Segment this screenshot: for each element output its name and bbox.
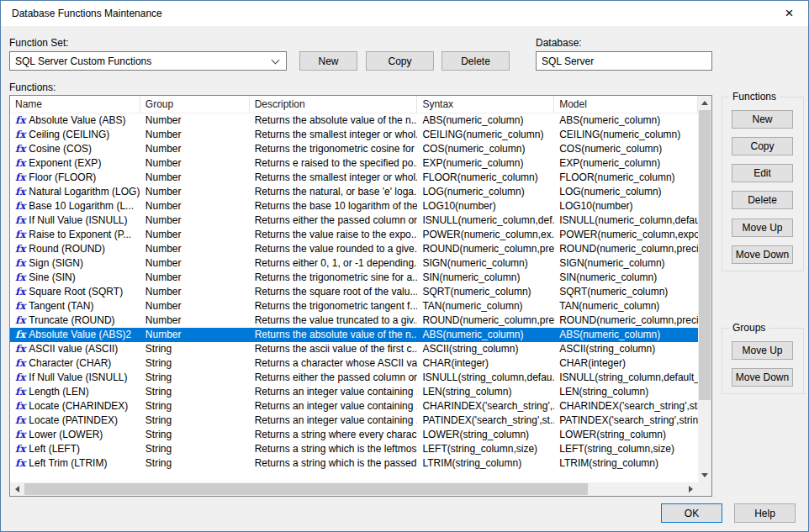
cell-name: fxCharacter (CHAR) — [10, 356, 140, 371]
scroll-down-icon[interactable] — [698, 468, 711, 482]
function-icon: fx — [15, 143, 25, 155]
cell-group: String — [140, 399, 250, 413]
cell-syntax: CHAR(integer) — [417, 356, 554, 371]
table-row[interactable]: fxLocate (PATINDEX)StringReturns an inte… — [10, 413, 698, 428]
close-icon[interactable]: × — [770, 1, 808, 25]
functions-edit-button[interactable]: Edit — [732, 164, 793, 182]
cell-name: fxAbsolute Value (ABS) — [10, 113, 140, 128]
cell-name: fxLeft (LEFT) — [10, 442, 140, 456]
table-row[interactable]: fxIf Null Value (ISNULL)StringReturns ei… — [10, 371, 698, 385]
table-row[interactable]: fxTangent (TAN)NumberReturns the trigono… — [10, 299, 698, 313]
functions-groupbox-label: Functions — [729, 91, 780, 103]
table-row[interactable]: fxLocate (CHARINDEX)StringReturns an int… — [10, 399, 698, 413]
function-name: Absolute Value (ABS) — [29, 114, 125, 126]
cell-description: Returns a string where every charac... — [250, 428, 418, 442]
table-row[interactable]: fxSign (SIGN)NumberReturns either 0, 1, … — [10, 256, 698, 271]
function-icon: fx — [15, 343, 25, 355]
scroll-left-icon[interactable] — [10, 482, 24, 496]
table-row[interactable]: fxASCII value (ASCII)StringReturns the a… — [10, 342, 698, 356]
ok-button[interactable]: OK — [661, 503, 722, 523]
database-field[interactable] — [536, 51, 712, 71]
cell-name: fxCeiling (CEILING) — [10, 128, 140, 142]
function-name: Floor (FLOOR) — [29, 171, 96, 183]
table-row[interactable]: fxSine (SIN)NumberReturns the trigonomet… — [10, 271, 698, 285]
groups-move-down-button[interactable]: Move Down — [732, 368, 793, 387]
cell-model: LOG(numeric_column) — [554, 185, 698, 199]
cell-group: String — [140, 371, 250, 385]
table-row[interactable]: fxCharacter (CHAR)StringReturns a charac… — [10, 356, 698, 371]
table-row[interactable]: fxFloor (FLOOR)NumberReturns the smalles… — [10, 171, 698, 185]
groups-move-up-button[interactable]: Move Up — [732, 341, 793, 360]
cell-group: Number — [140, 142, 250, 156]
column-header-group[interactable]: Group — [140, 96, 250, 113]
cell-syntax: ASCII(string_column) — [417, 342, 554, 356]
cell-description: Returns an integer value containing ... — [250, 399, 418, 413]
cell-syntax: CHARINDEX('search_string',... — [417, 399, 554, 413]
column-header-name[interactable]: Name — [10, 96, 140, 113]
functions-table: Name Group Description Syntax Model fxAb… — [9, 95, 712, 497]
table-row[interactable]: fxRaise to Exponent (P...NumberReturns t… — [10, 228, 698, 242]
scroll-up-icon[interactable] — [698, 96, 711, 110]
table-row[interactable]: fxLower (LOWER)StringReturns a string wh… — [10, 428, 698, 442]
table-row[interactable]: fxExponent (EXP)NumberReturns e raised t… — [10, 156, 698, 171]
column-header-model[interactable]: Model — [554, 96, 698, 113]
functions-move-down-button[interactable]: Move Down — [732, 245, 793, 264]
functions-copy-button[interactable]: Copy — [732, 137, 793, 155]
functions-move-up-button[interactable]: Move Up — [732, 219, 793, 237]
cell-description: Returns the value rounded to a give... — [250, 242, 418, 256]
function-name: Raise to Exponent (P... — [29, 229, 131, 240]
cell-description: Returns the absolute value of the n... — [250, 328, 418, 342]
table-row[interactable]: fxAbsolute Value (ABS)2NumberReturns the… — [10, 328, 698, 342]
table-row[interactable]: fxLeft (LEFT)StringReturns a string whic… — [10, 442, 698, 456]
table-row[interactable]: fxLeft Trim (LTRIM)StringReturns a strin… — [10, 456, 698, 471]
function-set-copy-button[interactable]: Copy — [366, 51, 434, 71]
cell-syntax: ROUND(numeric_column,pre... — [417, 313, 554, 328]
function-icon: fx — [15, 443, 25, 455]
cell-group: Number — [140, 185, 250, 199]
titlebar: Database Functions Maintenance × — [1, 1, 808, 26]
function-name: If Null Value (ISNULL) — [29, 371, 127, 383]
function-icon: fx — [15, 214, 25, 226]
groups-groupbox-label: Groups — [729, 322, 769, 334]
cell-syntax: TAN(numeric_column) — [417, 299, 554, 313]
column-header-description[interactable]: Description — [250, 96, 418, 113]
column-header-syntax[interactable]: Syntax — [417, 96, 554, 113]
cell-syntax: SQRT(numeric_column) — [417, 285, 554, 299]
cell-name: fxSquare Root (SQRT) — [10, 285, 140, 299]
cell-model: CHARINDEX('search_string',strin... — [554, 399, 698, 413]
cell-group: Number — [140, 285, 250, 299]
table-row[interactable]: fxNatural Logarithm (LOG)NumberReturns t… — [10, 185, 698, 199]
scroll-right-icon[interactable] — [684, 482, 698, 496]
table-row[interactable]: fxIf Null Value (ISNULL)NumberReturns ei… — [10, 213, 698, 228]
function-name: Sign (SIGN) — [29, 257, 83, 269]
cell-name: fxFloor (FLOOR) — [10, 171, 140, 185]
functions-delete-button[interactable]: Delete — [732, 191, 793, 209]
cell-syntax: LOWER(string_column) — [417, 428, 554, 442]
cell-group: Number — [140, 228, 250, 242]
functions-new-button[interactable]: New — [732, 110, 793, 129]
table-row[interactable]: fxSquare Root (SQRT)NumberReturns the sq… — [10, 285, 698, 299]
function-icon: fx — [15, 371, 25, 383]
function-set-select[interactable]: SQL Server Custom Functions — [9, 51, 287, 71]
function-set-new-button[interactable]: New — [299, 51, 357, 71]
table-row[interactable]: fxRound (ROUND)NumberReturns the value r… — [10, 242, 698, 256]
cell-group: Number — [140, 113, 250, 128]
cell-description: Returns an integer value containing ... — [250, 385, 418, 399]
vertical-scrollbar-thumb[interactable] — [699, 110, 711, 400]
table-row[interactable]: fxAbsolute Value (ABS)NumberReturns the … — [10, 113, 698, 128]
cell-name: fxAbsolute Value (ABS)2 — [10, 328, 140, 342]
table-row[interactable]: fxCeiling (CEILING)NumberReturns the sma… — [10, 128, 698, 142]
table-row[interactable]: fxCosine (COS)NumberReturns the trigonom… — [10, 142, 698, 156]
horizontal-scrollbar-thumb[interactable] — [24, 483, 588, 495]
function-set-delete-button[interactable]: Delete — [442, 51, 510, 71]
function-name: Left (LEFT) — [29, 443, 80, 455]
help-button[interactable]: Help — [734, 503, 796, 523]
cell-name: fxNatural Logarithm (LOG) — [10, 185, 140, 199]
cell-syntax: LEFT(string_column,size) — [417, 442, 554, 456]
horizontal-scrollbar[interactable] — [10, 482, 698, 496]
vertical-scrollbar[interactable] — [698, 96, 711, 482]
table-row[interactable]: fxLength (LEN)StringReturns an integer v… — [10, 385, 698, 399]
table-row[interactable]: fxBase 10 Logarithm (L...NumberReturns t… — [10, 199, 698, 213]
table-row[interactable]: fxTruncate (ROUND)NumberReturns the valu… — [10, 313, 698, 328]
cell-name: fxRaise to Exponent (P... — [10, 228, 140, 242]
